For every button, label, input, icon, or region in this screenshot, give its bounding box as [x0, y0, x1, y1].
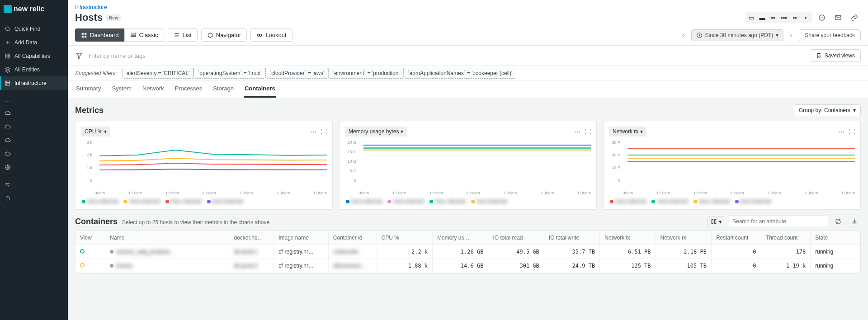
density-switch[interactable]: ▭ ▬ ▪▪ ▪▪▪ ▪▪ ▪: [745, 12, 812, 23]
column-header[interactable]: View: [75, 231, 105, 245]
column-header[interactable]: IO total write: [544, 231, 599, 245]
suggested-filter-chip[interactable]: `operatingSystem` = 'linux': [193, 68, 265, 79]
view-navigator[interactable]: Navigator: [201, 28, 247, 42]
groupby-select[interactable]: Group by: Containers ▾: [794, 104, 861, 116]
time-next[interactable]: ›: [787, 32, 795, 38]
suggested-filter-chip[interactable]: `apmApplicationNames` = 'zookeeper (cell…: [404, 68, 517, 79]
sidebar-item-all-capabilities[interactable]: All Capabilities: [0, 49, 68, 63]
card-expand-button[interactable]: ⛶: [321, 128, 327, 135]
sidebar-item-all-entities[interactable]: All Entities: [0, 63, 68, 76]
legend-item[interactable]: host-c (blurred): [429, 199, 466, 204]
density-opt[interactable]: ▬: [757, 14, 767, 22]
column-header[interactable]: Name: [105, 231, 229, 245]
refresh-button[interactable]: [832, 215, 844, 228]
column-header[interactable]: Container id: [328, 231, 377, 245]
metric-select[interactable]: Network rx ▾: [609, 127, 646, 136]
column-header[interactable]: Network tx: [600, 231, 656, 245]
density-opt[interactable]: ▪▪: [790, 14, 800, 22]
sidebar-alerts[interactable]: [0, 192, 68, 205]
view-list[interactable]: List: [168, 28, 198, 42]
share-feedback-button[interactable]: Share your feedback: [799, 29, 861, 41]
columns-icon: [711, 218, 717, 225]
timerange-picker[interactable]: Since 30 minutes ago (PDT) ▾: [691, 29, 784, 41]
suggested-filter-chip[interactable]: `cloudProvider` = 'aws': [265, 68, 328, 79]
tab-summary[interactable]: Summary: [75, 80, 102, 98]
filter-input[interactable]: [89, 52, 804, 59]
view-dashboard[interactable]: Dashboard: [75, 28, 124, 42]
density-opt[interactable]: ▪: [801, 14, 811, 22]
sidebar-cloud[interactable]: [0, 120, 68, 133]
view-lookout[interactable]: Lookout: [250, 28, 292, 42]
suggested-filter-chip[interactable]: alertSeverity = 'CRITICAL': [123, 68, 194, 79]
saved-views-button[interactable]: Saved views: [810, 49, 861, 62]
breadcrumb[interactable]: Infrastructure: [75, 4, 107, 10]
card-expand-button[interactable]: ⛶: [849, 128, 855, 135]
sidebar-cloud[interactable]: [0, 106, 68, 120]
legend-item[interactable]: host-b (blurred): [651, 199, 688, 204]
tab-system[interactable]: System: [111, 80, 132, 98]
column-header[interactable]: Thread count: [761, 231, 811, 245]
legend-item[interactable]: host-a (blurred): [610, 199, 646, 204]
legend-item[interactable]: host-c (blurred): [165, 199, 202, 204]
sidebar-cloud[interactable]: [0, 133, 68, 147]
legend-item[interactable]: host-d (blurred): [207, 199, 243, 204]
link-button[interactable]: [848, 11, 861, 24]
metric-select[interactable]: CPU % ▾: [81, 127, 110, 136]
chart-area[interactable]: 20 G15 G10 G5 G0: [345, 140, 591, 190]
sidebar-item-add-data[interactable]: Add Data: [0, 36, 68, 49]
table-row[interactable]: kxxxxx dh-prod-2 cf-registry.nr… d3xxxxx…: [75, 259, 860, 273]
legend-item[interactable]: host-b (blurred): [387, 199, 424, 204]
y-axis: 20 G15 G10 G5 G0: [345, 140, 358, 183]
tab-network[interactable]: Network: [142, 80, 165, 98]
legend-item[interactable]: host-d (blurred): [471, 199, 507, 204]
sidebar-more[interactable]: …: [0, 94, 68, 106]
brand-logo[interactable]: new relic: [0, 0, 68, 18]
card-menu-button[interactable]: ⋯: [575, 128, 580, 135]
row-view-indicator[interactable]: [80, 263, 85, 268]
column-header[interactable]: Image name: [274, 231, 329, 245]
table-row[interactable]: txxxxxx_wdg_producti… dh-prod-1 cf-regis…: [75, 245, 860, 259]
legend-item[interactable]: host-c (blurred): [693, 199, 730, 204]
sidebar-adjust[interactable]: [0, 178, 68, 192]
table-column-filter[interactable]: ▾: [708, 216, 725, 227]
density-opt[interactable]: ▪▪▪: [779, 14, 789, 22]
suggested-filter-chip[interactable]: `environment` = 'production': [328, 68, 403, 79]
column-header[interactable]: State: [811, 231, 860, 245]
table-search-input[interactable]: [729, 216, 828, 227]
view-classic[interactable]: Classic: [124, 28, 164, 42]
card-expand-button[interactable]: ⛶: [585, 128, 591, 135]
chevron-down-icon: ▾: [104, 128, 107, 135]
density-opt[interactable]: ▪▪: [768, 14, 778, 22]
legend-item[interactable]: host-a (blurred): [82, 199, 118, 204]
chart-area[interactable]: 3 k2 k1 k0: [81, 140, 327, 190]
sidebar-globe[interactable]: [0, 160, 68, 174]
download-button[interactable]: [848, 215, 861, 228]
sidebar-item-infrastructure[interactable]: Infrastructure: [0, 76, 68, 90]
legend-item[interactable]: host-a (blurred): [346, 199, 382, 204]
legend-item[interactable]: host-b (blurred): [123, 199, 160, 204]
column-header[interactable]: Network rx: [656, 231, 711, 245]
row-view-indicator[interactable]: [80, 249, 85, 254]
column-header[interactable]: Restart count: [711, 231, 761, 245]
tab-containers[interactable]: Containers: [244, 80, 276, 98]
tab-storage[interactable]: Storage: [212, 80, 235, 98]
column-header[interactable]: IO total read: [488, 231, 544, 245]
chart-area[interactable]: 30 P20 P10 P0: [609, 140, 855, 190]
time-prev[interactable]: ‹: [679, 32, 688, 38]
card-menu-button[interactable]: ⋯: [311, 128, 316, 135]
inbox-button[interactable]: [832, 11, 844, 24]
tab-processes[interactable]: Processes: [174, 80, 203, 98]
sidebar-item-quick-find[interactable]: Quick Find: [0, 22, 68, 36]
column-header[interactable]: Memory us…: [433, 231, 488, 245]
svg-rect-5: [5, 81, 9, 83]
svg-point-20: [258, 34, 260, 36]
card-menu-button[interactable]: ⋯: [839, 128, 844, 135]
help-button[interactable]: ?: [816, 11, 828, 24]
density-opt[interactable]: ▭: [746, 14, 756, 22]
legend-item[interactable]: host-d (blurred): [735, 199, 771, 204]
metric-select[interactable]: Memory usage bytes ▾: [345, 127, 407, 136]
column-header[interactable]: docker.ho…: [229, 231, 274, 245]
page-header: Infrastructure Hosts New ▭ ▬ ▪▪ ▪▪▪ ▪▪ ▪…: [68, 0, 868, 46]
column-header[interactable]: CPU %: [377, 231, 432, 245]
sidebar-cloud[interactable]: [0, 147, 68, 160]
